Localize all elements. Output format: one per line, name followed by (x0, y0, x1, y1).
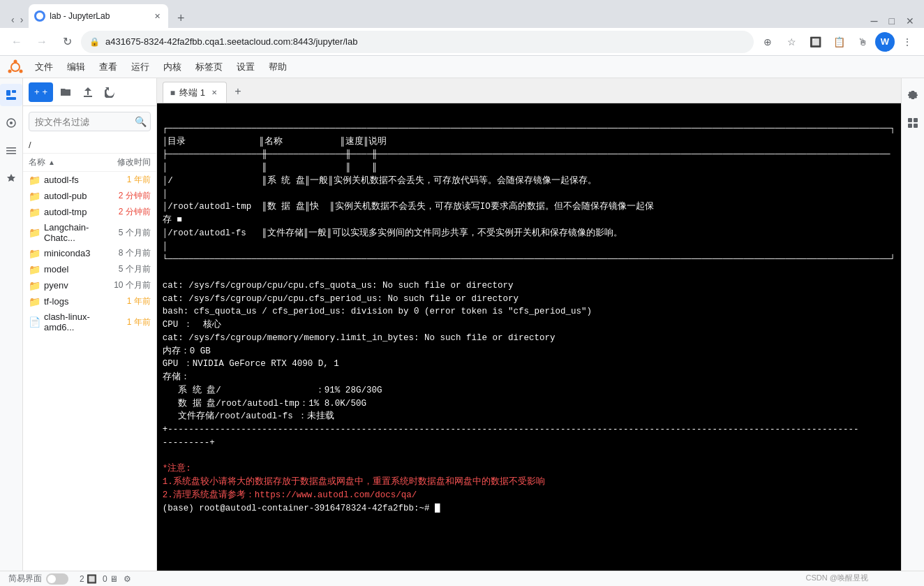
terminal-line-err1: cat: /sys/fs/cgroup/cpu/cpu.cfs_quota_us… (163, 281, 514, 291)
list-item[interactable]: 📁 autodl-tmp 2 分钟前 (23, 204, 156, 220)
files-panel-button[interactable] (0, 84, 22, 106)
tab-nav-prev[interactable]: ‹ (11, 14, 15, 25)
new-terminal-button[interactable]: + (230, 83, 246, 100)
new-folder-button[interactable] (56, 82, 75, 102)
file-time: 1 年前 (95, 316, 151, 328)
terminal-output: ┌───────────────────────────────────────… (157, 103, 901, 571)
terminal-tab-close-button[interactable]: ✕ (209, 88, 219, 98)
file-time: 1 年前 (95, 295, 151, 307)
terminal-line-sep2: ---------+ (163, 438, 215, 448)
refresh-button[interactable] (100, 82, 120, 102)
profile-button[interactable]: W (875, 32, 895, 52)
terminal-line-row1: │ ║ ║ ║ (163, 163, 891, 173)
browser-tab-active[interactable]: lab - JupyterLab ✕ (29, 4, 168, 28)
terminal-line-storage1: 系 统 盘/ ：91% 28G/30G (163, 386, 382, 395)
terminal-line-border-top: ┌───────────────────────────────────────… (163, 124, 895, 133)
forward-button[interactable]: → (31, 31, 53, 53)
list-item[interactable]: 📁 pyenv 10 个月前 (23, 277, 156, 293)
new-launcher-button[interactable]: + + (29, 82, 53, 102)
tab-close-button[interactable]: ✕ (151, 10, 163, 22)
terminal-line-notice1: 1.系统盘较小请将大的数据存放于数据盘或网盘中，重置系统时数据盘和网盘中的数据不… (163, 477, 545, 487)
folder-icon: 📁 (29, 248, 40, 259)
svg-rect-11 (6, 153, 16, 154)
folder-icon: 📁 (29, 227, 40, 238)
terminal-line-notice: *注意: (163, 464, 191, 474)
menu-bar: 文件 编辑 查看 运行 内核 标签页 设置 帮助 (0, 56, 924, 78)
kernel-count: 2 🔲 (80, 574, 97, 584)
simple-mode-toggle[interactable]: 简易界面 (8, 573, 68, 585)
tab-nav-next[interactable]: › (20, 14, 24, 25)
svg-rect-12 (908, 118, 912, 122)
file-name: miniconda3 (44, 248, 91, 258)
commands-panel-button[interactable] (0, 140, 22, 162)
settings-status-icon[interactable]: ⚙ (124, 574, 131, 584)
terminal-tab-label: 终端 1 (179, 87, 205, 99)
file-name: clash-linux-amd6... (44, 312, 91, 332)
svg-rect-5 (12, 90, 16, 93)
translate-button[interactable]: ⊕ (757, 31, 779, 53)
menu-help[interactable]: 帮助 (262, 58, 294, 76)
terminal-line-divider: ├──────────────────╫───────────────╫────… (163, 149, 891, 159)
terminal-line-err3: bash: cfs_quota_us / cfs_period_us: divi… (163, 307, 592, 316)
terminal-line-err2: cat: /sys/fs/cgroup/cpu/cpu.cfs_period_u… (163, 294, 519, 304)
toggle-knob (47, 575, 56, 583)
terminal-line-data2: 存 ■ (163, 215, 182, 225)
extension3-button[interactable]: 🖱 (851, 31, 874, 53)
list-item[interactable]: 📁 model 5 个月前 (23, 261, 156, 277)
svg-rect-10 (6, 150, 16, 152)
csdn-watermark: CSDN @唤醒昱视 (806, 573, 868, 583)
terminal-line-gpu: GPU ：NVIDIA GeForce RTX 4090 D, 1 (163, 359, 339, 369)
menu-tabs[interactable]: 标签页 (188, 58, 230, 76)
terminal-tabs: ■ 终端 1 ✕ + (157, 78, 901, 103)
file-time: 1 年前 (95, 174, 151, 186)
file-name: model (44, 264, 91, 274)
running-panel-button[interactable] (0, 112, 22, 134)
menu-edit[interactable]: 编辑 (60, 58, 92, 76)
svg-point-8 (10, 122, 13, 124)
window-controls: ‹ › (6, 11, 29, 28)
list-item[interactable]: 📁 Langchain-Chatc... 5 个月前 (23, 220, 156, 245)
toolbar-actions: ⊕ ☆ 🔲 📋 🖱 W ⋮ (757, 31, 918, 53)
list-item[interactable]: 📁 tf-logs 1 年前 (23, 293, 156, 309)
new-tab-button[interactable]: + (171, 8, 191, 28)
terminal-line-err4: cat: /sys/fs/cgroup/memory/memory.limit_… (163, 333, 556, 343)
back-button[interactable]: ← (6, 31, 28, 53)
menu-view[interactable]: 查看 (92, 58, 124, 76)
breadcrumb[interactable]: / (23, 137, 156, 154)
search-input[interactable] (29, 112, 151, 131)
terminal-line-blank4 (163, 451, 168, 461)
menu-kernel[interactable]: 内核 (156, 58, 188, 76)
extension-right-button[interactable] (902, 112, 924, 134)
bookmark-button[interactable]: ☆ (780, 31, 803, 53)
toggle-switch[interactable] (46, 573, 68, 585)
close-button[interactable]: ✕ (902, 15, 918, 27)
maximize-button[interactable]: □ (885, 15, 899, 27)
address-bar[interactable]: 🔒 a431675-8324-42fa2fbb.cqa1.seetacloud.… (81, 31, 754, 53)
list-item[interactable]: 📁 autodl-pub 2 分钟前 (23, 188, 156, 204)
terminal-line-blank3 (163, 268, 168, 277)
reload-button[interactable]: ↻ (56, 31, 78, 53)
svg-rect-6 (6, 97, 16, 100)
svg-rect-14 (908, 124, 912, 128)
menu-file[interactable]: 文件 (28, 58, 60, 76)
settings-panel-button[interactable] (902, 84, 924, 106)
extension2-button[interactable]: 📋 (828, 31, 850, 53)
list-item[interactable]: 📁 miniconda3 8 个月前 (23, 245, 156, 261)
file-icon: 📄 (29, 316, 40, 328)
folder-icon: 📁 (29, 280, 40, 291)
extension1-button[interactable]: 🔲 (804, 31, 826, 53)
menu-settings[interactable]: 设置 (230, 58, 262, 76)
list-item[interactable]: 📁 autodl-fs 1 年前 (23, 172, 156, 188)
more-menu-button[interactable]: ⋮ (896, 31, 918, 53)
menu-run[interactable]: 运行 (124, 58, 156, 76)
upload-button[interactable] (78, 82, 98, 102)
file-time: 5 个月前 (95, 227, 151, 239)
terminal-line-blank2: │ (163, 242, 168, 251)
svg-rect-9 (6, 147, 16, 149)
minimize-button[interactable]: – (867, 13, 882, 28)
plus-icon: + (34, 87, 40, 97)
extension-panel-button[interactable] (0, 168, 22, 190)
list-item[interactable]: 📄 clash-linux-amd6... 1 年前 (23, 309, 156, 335)
terminal-tab-1[interactable]: ■ 终端 1 ✕ (163, 82, 227, 103)
folder-icon: 📁 (29, 207, 40, 218)
